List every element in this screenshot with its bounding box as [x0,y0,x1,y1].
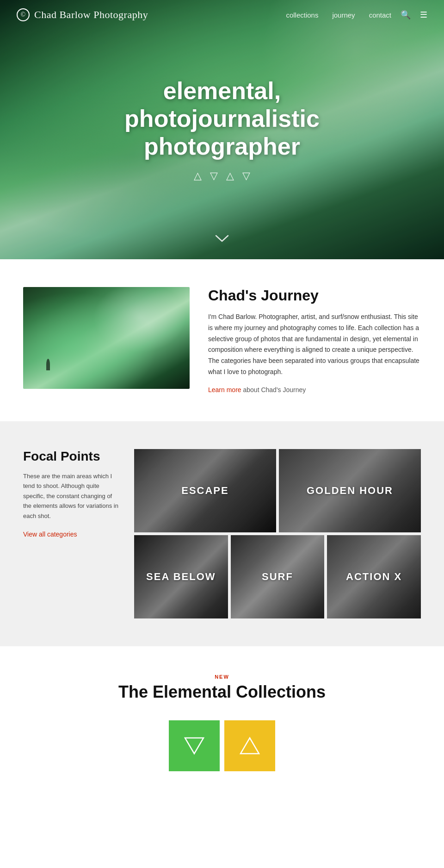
hero-content: elemental, photojournalistic photographe… [74,68,370,191]
focal-points-section: Focal Points These are the main areas wh… [0,421,444,646]
journey-body: I'm Chad Barlow. Photographer, artist, a… [208,312,421,378]
focal-item-action-x[interactable]: ACTION X [327,535,421,618]
collections-icons [23,720,421,771]
journey-section: Chad's Journey I'm Chad Barlow. Photogra… [0,259,444,421]
triangle-down-icon-1: ▽ [210,170,218,182]
nav-contact[interactable]: contact [369,11,391,19]
focal-top-row: ESCAPE GOLDEN HOUR [134,449,421,532]
journey-title: Chad's Journey [208,287,421,304]
journey-learn-more: Learn more about Chad's Journey [208,386,421,393]
focal-sidebar: Focal Points These are the main areas wh… [23,449,134,538]
navigation: © Chad Barlow Photography collections jo… [0,0,444,30]
view-all-categories-link[interactable]: View all categories [23,531,77,538]
focal-item-escape[interactable]: ESCAPE [134,449,276,532]
journey-image [23,287,190,389]
search-icon[interactable]: 🔍 [401,10,411,20]
svg-marker-1 [240,738,259,754]
focal-description: These are the main areas which I tend to… [23,471,120,521]
action-x-label: ACTION X [327,535,421,618]
svg-marker-0 [185,738,204,754]
focal-layout: Focal Points These are the main areas wh… [23,449,421,618]
nav-journey[interactable]: journey [332,11,355,19]
nav-collections[interactable]: collections [286,11,318,19]
hero-section: elemental, photojournalistic photographe… [0,0,444,259]
focal-item-surf[interactable]: SURF [231,535,325,618]
golden-hour-label: GOLDEN HOUR [279,449,421,532]
menu-icon[interactable]: ☰ [420,10,427,20]
collections-section: NEW The Elemental Collections [0,646,444,799]
triangle-up-icon-1: △ [194,170,202,182]
focal-title: Focal Points [23,449,120,464]
focal-item-golden-hour[interactable]: GOLDEN HOUR [279,449,421,532]
focal-grid-container: ESCAPE GOLDEN HOUR SEA BELOW SURF [134,449,421,618]
logo-text: Chad Barlow Photography [34,9,148,21]
triangle-down-icon-2: ▽ [242,170,250,182]
site-logo[interactable]: © Chad Barlow Photography [17,8,286,21]
nav-links: collections journey contact [286,11,391,19]
collections-title: The Elemental Collections [23,682,421,702]
logo-icon: © [17,8,30,21]
journey-text: Chad's Journey I'm Chad Barlow. Photogra… [208,287,421,393]
hero-icons: △ ▽ △ ▽ [83,170,361,182]
escape-label: ESCAPE [134,449,276,532]
focal-item-sea-below[interactable]: SEA BELOW [134,535,228,618]
focal-bottom-row: SEA BELOW SURF ACTION X [134,535,421,618]
scroll-down-icon[interactable] [215,231,229,246]
learn-more-link[interactable]: Learn more [208,386,241,393]
collection-icon-green[interactable] [169,720,220,771]
collections-new-badge: NEW [23,674,421,680]
learn-more-suffix: about Chad's Journey [241,386,306,393]
triangle-up-icon-2: △ [226,170,234,182]
hero-title: elemental, photojournalistic photographe… [83,77,361,160]
surf-label: SURF [231,535,325,618]
collection-icon-yellow[interactable] [224,720,275,771]
journey-image-inner [23,287,190,389]
sea-below-label: SEA BELOW [134,535,228,618]
